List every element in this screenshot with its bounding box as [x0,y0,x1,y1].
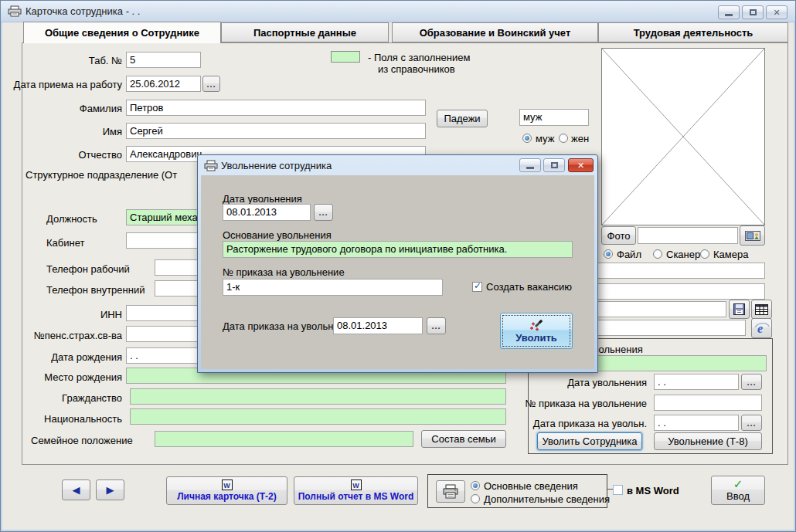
gender-female-radio[interactable] [559,134,568,143]
nationality-field[interactable] [130,408,506,425]
internet-explorer-icon: e [754,321,770,335]
next-icon: ▶ [107,484,114,496]
cabinet-label: Кабинет [46,237,84,249]
dialog-title: Увольнение сотрудника [221,160,332,171]
word-report-label: Полный отчет в MS Word [298,491,414,502]
dialog-order-date-label: Дата приказа на увольн. [223,320,336,332]
minimize-icon [526,167,534,169]
ellipsis-icon: ... [206,80,216,89]
tab-general[interactable]: Общие сведения о Сотруднике [23,22,221,43]
surname-field[interactable]: Петров [126,100,426,116]
maximize-button[interactable] [742,5,764,19]
panel-order-field[interactable] [654,395,762,411]
table-icon [755,304,768,315]
dialog-order-date-field[interactable]: 08.01.2013 [333,317,423,334]
close-button[interactable]: ✕ [766,5,787,19]
prev-record-button[interactable]: ◀ [62,479,90,500]
scanner-radio-label: Сканер [666,249,700,260]
svg-text:W: W [352,482,359,490]
scanner-radio[interactable] [653,249,662,259]
msword-checkbox[interactable] [613,485,623,495]
family-button[interactable]: Состав семьи [421,430,506,448]
camera-radio-label: Камера [713,249,748,260]
word-doc-icon: W [222,479,233,490]
dialog-order-date-picker-button[interactable]: ... [427,317,446,334]
personal-card-t2-button[interactable]: W Личная карточка (Т-2) [166,476,287,505]
dialog-date-label: Дата увольнения [223,193,302,205]
name-label: Имя [103,126,122,137]
close-icon: ✕ [773,8,780,18]
panel-order-date-field[interactable]: . . [654,415,739,431]
table-button[interactable] [751,300,772,319]
panel-date-field[interactable]: . . [654,374,739,390]
ellipsis-icon: ... [747,378,756,387]
panel-order-date-picker-button[interactable]: ... [741,415,762,431]
hire-date-label: Дата приема на работу [14,79,122,90]
dialog-minimize-button[interactable] [519,158,541,172]
ellipsis-icon: ... [747,418,756,428]
prev-icon: ◀ [73,484,80,496]
marital-field[interactable] [155,431,413,447]
gender-field[interactable]: муж [519,109,589,126]
dialog-maximize-button[interactable] [543,158,565,172]
create-vacancy-checkbox[interactable] [472,282,482,292]
svg-text:W: W [223,482,230,490]
wand-icon [529,319,543,331]
dialog-date-picker-button[interactable]: ... [314,204,333,221]
dialog-close-button[interactable]: ✕ [568,158,594,172]
photo-path-field[interactable] [638,227,738,244]
minimize-icon [725,14,733,16]
word-report-button[interactable]: W Полный отчет в MS Word [294,476,418,505]
tab-work[interactable]: Трудовая деятельность [598,22,788,42]
personal-card-t2-label: Личная карточка (Т-2) [177,491,277,502]
check-icon: ✓ [733,479,743,490]
citizenship-field[interactable] [130,388,506,405]
fire-button[interactable]: Уволить [500,313,573,349]
department-label: Структурное подразделение (От [26,169,177,181]
pension-label: №пенс.страх.св-ва [34,330,122,341]
save-button[interactable] [729,300,750,319]
dismiss-employee-button[interactable]: Уволить Сотрудника [537,432,642,450]
panel-order-label: № приказа на увольнение [525,398,647,409]
dialog-reason-field[interactable]: Расторжение трудового договора по инициа… [223,241,573,258]
gender-male-radio[interactable] [522,134,532,143]
inn-label: ИНН [100,309,122,320]
nationality-label: Национальность [44,413,122,425]
hire-date-field[interactable]: 25.06.2012 [126,76,201,92]
tab-passport[interactable]: Паспортные данные [221,22,389,42]
dialog-order-field[interactable]: 1-к [223,279,443,296]
hire-date-picker-button[interactable]: ... [202,76,220,92]
file-radio[interactable] [604,249,613,259]
window-title: Карточка сотрудника - . . [26,5,140,17]
msword-checkbox-label: в MS Word [627,485,679,496]
word-doc-icon: W [351,479,362,490]
print-button[interactable] [436,480,465,503]
browser-button[interactable]: e [751,318,772,338]
app-icon [8,5,22,17]
file-radio-label: Файл [617,249,641,260]
maximize-icon [551,162,558,168]
main-info-radio[interactable] [471,481,480,490]
tab-number-field[interactable]: 5 [126,52,201,68]
minimize-button[interactable] [718,5,740,19]
next-record-button[interactable]: ▶ [96,479,124,500]
photo-view-button[interactable] [740,225,765,246]
dialog-date-field[interactable]: 08.01.2013 [223,204,311,221]
position-label: Должность [46,213,97,225]
panel-date-picker-button[interactable]: ... [741,374,762,390]
panel-order-date-label: Дата приказа на увольн. [533,418,647,429]
photo-button[interactable]: Фото [601,226,636,245]
enter-button[interactable]: ✓ Ввод [711,476,765,505]
name-field[interactable]: Сергей [126,123,426,139]
panel-date-label: Дата увольнения [567,377,647,388]
tab-education[interactable]: Образование и Воинский учет [392,22,598,42]
birth-date-label: Дата рождения [51,351,122,363]
dismissal-t8-button[interactable]: Увольнение (Т-8) [654,432,762,450]
birth-date-field[interactable]: . . [126,347,201,364]
photo-placeholder [601,48,765,225]
window-titlebar[interactable]: Карточка сотрудника - . . ✕ [1,1,795,22]
additional-info-radio[interactable] [471,494,480,503]
dialog-body: Дата увольнения 08.01.2013 ... Основание… [201,175,594,369]
cases-button[interactable]: Падежи [437,110,488,127]
camera-radio[interactable] [700,249,709,259]
